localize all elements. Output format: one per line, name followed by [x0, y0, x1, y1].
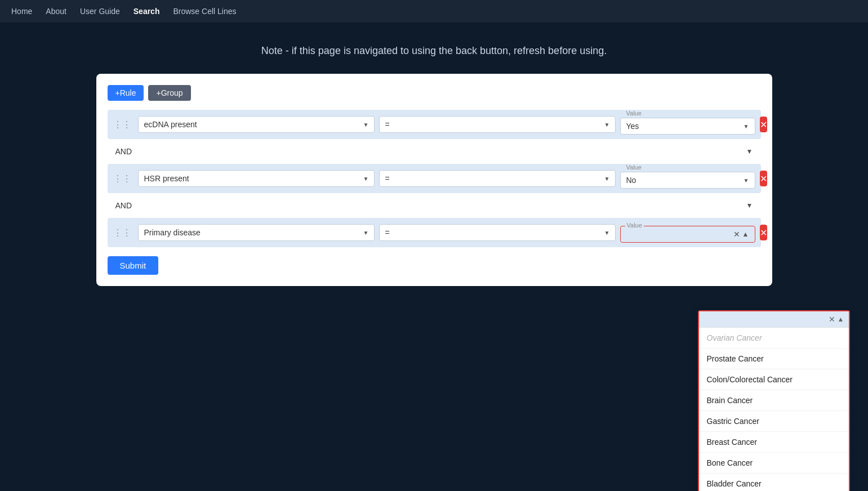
operator-select-wrapper-2: =	[379, 170, 616, 187]
dropdown-item-prostate[interactable]: Prostate Cancer	[699, 349, 849, 369]
value-dropdown-1[interactable]: Yes No	[626, 122, 741, 131]
drag-handle-2[interactable]: ⋮⋮	[113, 173, 131, 184]
add-rule-button[interactable]: +Rule	[108, 85, 144, 101]
rule-row-2: ⋮⋮ HSR present = Value No Yes ▼ ✕	[108, 164, 761, 193]
value-wrapper-1: Value Yes No ▼	[620, 114, 755, 135]
delete-rule-3-button[interactable]: ✕	[760, 225, 767, 240]
value-box-3: Value ✕ ▲	[620, 226, 755, 243]
and-row-2: AND ▼	[108, 197, 761, 215]
drag-handle-1[interactable]: ⋮⋮	[113, 119, 131, 130]
delete-rule-1-button[interactable]: ✕	[760, 117, 767, 132]
value-dropdown-2[interactable]: No Yes	[626, 176, 741, 185]
dropdown-item-brain[interactable]: Brain Cancer	[699, 390, 849, 411]
rule-row-1: ⋮⋮ ecDNA present = Value Yes No ▼ ✕	[108, 110, 761, 139]
dropdown-header: ✕ ▲	[699, 311, 849, 328]
field-select-3[interactable]: Primary disease	[138, 224, 375, 241]
chevron-up-icon-3[interactable]: ▲	[742, 230, 749, 238]
field-select-1[interactable]: ecDNA present	[138, 116, 375, 133]
field-select-2[interactable]: HSR present	[138, 170, 375, 187]
field-select-wrapper-1: ecDNA present	[138, 116, 375, 133]
nav-about[interactable]: About	[46, 7, 66, 16]
nav-search[interactable]: Search	[133, 7, 160, 16]
value-label-3: Value	[625, 222, 644, 229]
value-label-1: Value	[625, 110, 643, 117]
and-chevron-down-icon-2[interactable]: ▼	[746, 202, 753, 209]
dropdown-item-bladder[interactable]: Bladder Cancer	[699, 474, 849, 491]
chevron-down-icon-2: ▼	[744, 177, 749, 184]
and-chevron-down-icon-1[interactable]: ▼	[746, 148, 753, 155]
search-card: +Rule +Group ⋮⋮ ecDNA present = Value Ye…	[96, 74, 772, 286]
operator-select-wrapper-1: =	[379, 116, 616, 133]
operator-select-3[interactable]: =	[379, 224, 616, 241]
dropdown-list: Ovarian Cancer Prostate Cancer Colon/Col…	[699, 328, 849, 491]
dropdown-close-icon[interactable]: ✕	[829, 315, 835, 324]
dropdown-search-input[interactable]	[704, 315, 829, 324]
toolbar: +Rule +Group	[108, 85, 761, 101]
dropdown-item-ovarian[interactable]: Ovarian Cancer	[699, 328, 849, 349]
and-label-1: AND	[115, 147, 132, 156]
dropdown-item-gastric[interactable]: Gastric Cancer	[699, 411, 849, 432]
operator-select-2[interactable]: =	[379, 170, 616, 187]
value-select-1[interactable]: Yes No ▼	[620, 118, 755, 135]
chevron-down-icon-1: ▼	[744, 123, 749, 130]
operator-select-1[interactable]: =	[379, 116, 616, 133]
dropdown-item-colon[interactable]: Colon/Colorectal Cancer	[699, 369, 849, 390]
dropdown-item-bone[interactable]: Bone Cancer	[699, 453, 849, 474]
delete-rule-2-button[interactable]: ✕	[760, 171, 767, 186]
dropdown-item-breast[interactable]: Breast Cancer	[699, 432, 849, 453]
nav-browse-cell-lines[interactable]: Browse Cell Lines	[173, 7, 236, 16]
field-select-wrapper-3: Primary disease	[138, 224, 375, 241]
and-label-2: AND	[115, 201, 132, 210]
field-select-wrapper-2: HSR present	[138, 170, 375, 187]
value-wrapper-2: Value No Yes ▼	[620, 168, 755, 189]
dropdown-chevron-up-icon[interactable]: ▲	[838, 315, 844, 323]
add-group-button[interactable]: +Group	[148, 85, 190, 101]
navbar: Home About User Guide Search Browse Cell…	[0, 0, 868, 23]
nav-user-guide[interactable]: User Guide	[80, 7, 120, 16]
clear-value-3-icon[interactable]: ✕	[733, 230, 740, 239]
nav-home[interactable]: Home	[11, 7, 32, 16]
drag-handle-3[interactable]: ⋮⋮	[113, 227, 131, 238]
and-row-1: AND ▼	[108, 142, 761, 160]
value-label-2: Value	[625, 164, 643, 171]
value-select-2[interactable]: No Yes ▼	[620, 172, 755, 189]
primary-disease-dropdown: ✕ ▲ Ovarian Cancer Prostate Cancer Colon…	[698, 310, 850, 491]
operator-select-wrapper-3: =	[379, 224, 616, 241]
page-note: Note - if this page is navigated to usin…	[0, 45, 868, 57]
rule-row-3: ⋮⋮ Primary disease = Value ✕ ▲ ✕	[108, 218, 761, 247]
submit-button[interactable]: Submit	[108, 256, 159, 275]
